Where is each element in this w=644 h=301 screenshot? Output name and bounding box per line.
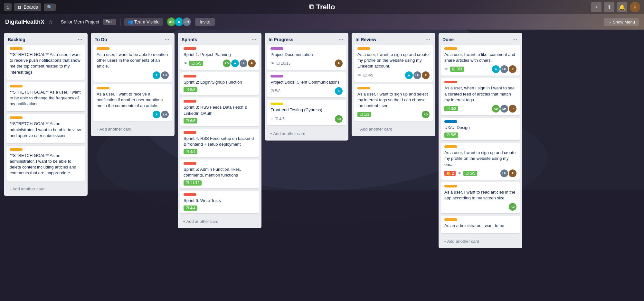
card-footer: ☑ 1/1AD (357, 111, 430, 118)
notification-button[interactable]: 🔔 (617, 2, 627, 12)
avatar[interactable]: AD (223, 59, 231, 67)
column-menu-button[interactable]: ··· (337, 36, 345, 43)
avatar[interactable]: AD (335, 115, 343, 123)
column-menu-button[interactable]: ··· (511, 36, 518, 43)
avatar[interactable]: AD (509, 203, 516, 211)
card-footer: ALH (97, 71, 169, 79)
avatar[interactable]: LH (240, 59, 247, 67)
team-visibility[interactable]: 👥 Team Visible (124, 18, 163, 26)
add-card-button[interactable]: + Add another card (180, 217, 259, 226)
column-footer: + Add another card (178, 216, 261, 228)
card-label (184, 47, 196, 50)
card[interactable]: As a user, I want to sign up and create … (354, 45, 433, 82)
column-menu-button[interactable]: ··· (163, 36, 171, 43)
column-menu-button[interactable]: ··· (424, 36, 431, 43)
card[interactable]: Sprint 3: RSS Feeds Data Fetch & LinkedI… (180, 97, 259, 126)
avatar[interactable]: A (231, 59, 239, 67)
card[interactable]: As a user, I want to be able to mention … (93, 45, 172, 82)
star-button[interactable]: ☆ (48, 19, 53, 25)
column-cards: As a user, I want to like, comment and s… (439, 45, 522, 236)
avatar[interactable]: LH (500, 105, 508, 113)
column-header: In Progress··· (265, 33, 348, 45)
menu-dots-icon: ··· (608, 20, 611, 24)
card[interactable]: Sprint 1: Project Planning👁☑ 5/5ADALHP (180, 45, 259, 70)
avatar[interactable]: A (492, 65, 500, 73)
column-menu-button[interactable]: ··· (76, 36, 84, 43)
avatar[interactable]: LH (161, 71, 169, 79)
avatar[interactable]: LH (500, 169, 508, 177)
card-footer: ☑ 4/4 (184, 149, 256, 154)
card[interactable]: UX/UI Design☑ 5/5 (441, 118, 520, 140)
card-avatars: ALH (152, 71, 169, 79)
card[interactable]: Sprint 5: Admin Function, likes, comment… (180, 160, 259, 188)
add-button[interactable]: + (591, 2, 601, 12)
avatar[interactable]: A (405, 71, 413, 79)
card[interactable]: As a user, I want to read articles in th… (441, 182, 520, 213)
show-menu-button[interactable]: ··· Show Menu (604, 18, 639, 26)
avatar[interactable]: LH (500, 65, 508, 73)
info-button[interactable]: ℹ (604, 2, 614, 12)
eye-icon: 👁 (184, 61, 187, 66)
avatar[interactable]: AD (422, 111, 430, 118)
avatar[interactable]: A (153, 111, 160, 118)
card[interactable]: Project Documentation👁☑ 10/15P (267, 45, 346, 70)
card-title: As a user, I want to sign up and select … (357, 91, 430, 109)
card[interactable]: As an administrator. I want to be (441, 216, 520, 233)
add-card-button[interactable]: + Add another card (354, 125, 433, 133)
card[interactable]: As a user, when I sign in I want to see … (441, 78, 520, 115)
card-title: UX/UI Design (444, 125, 516, 131)
boards-button[interactable]: ▦ Boards (14, 3, 41, 11)
home-button[interactable]: ⌂ (4, 3, 12, 11)
avatar[interactable]: P (509, 65, 516, 73)
card[interactable]: Project Docs: Client Communications☑ 5/8… (267, 72, 346, 97)
column-title: Sprints (182, 37, 197, 42)
add-card-button[interactable]: + Add another card (93, 125, 172, 133)
avatar[interactable]: P (422, 71, 430, 79)
card[interactable]: Sprint 4: RSS Feed setup on backend & fr… (180, 129, 259, 157)
card-title: As a user, I want to read articles in th… (444, 189, 516, 201)
board-header: DigitalHealthX ☆ Sailor Mern Project Fre… (0, 14, 644, 30)
card[interactable]: As a user, I want to sign up and select … (354, 84, 433, 121)
card[interactable]: As a user, I want to receive a notificat… (93, 84, 172, 121)
column-header: Backlog··· (4, 33, 88, 45)
card-avatars: ALH (152, 111, 169, 118)
avatar[interactable]: AD (492, 105, 500, 113)
avatar[interactable]: A (335, 87, 343, 95)
card[interactable]: **STRETCH GOAL** As a user, I want to re… (6, 45, 85, 80)
card[interactable]: **STRETCH GOAL** As an administrator, I … (6, 114, 85, 143)
avatar[interactable]: P (335, 59, 343, 67)
invite-button[interactable]: Invite (195, 18, 215, 26)
card-footer: 👁☑ 10/15P (270, 59, 343, 67)
card[interactable]: **STRETCH GOAL** As a user, I want to be… (6, 82, 85, 112)
card[interactable]: **STRETCH GOAL** As an administrator, I … (6, 146, 85, 181)
grid-icon: ▦ (17, 5, 22, 10)
avatar[interactable]: P (509, 105, 516, 113)
card[interactable]: Sprint 6: Write Tests☑ 4/4 (180, 191, 259, 213)
column-menu-button[interactable]: ··· (250, 36, 258, 43)
card-label (10, 116, 23, 119)
search-button[interactable]: 🔍 (44, 4, 56, 11)
card[interactable]: Front-end Testing (Cypress)≡☑ 4/6AD (267, 100, 346, 125)
add-card-button[interactable]: + Add another card (6, 185, 85, 193)
card-title: As a user, I want to receive a notificat… (97, 91, 169, 109)
eye-icon: 👁 (458, 171, 461, 176)
card[interactable]: Sprint 2: Login/Signup Function☑ 8/8 (180, 72, 259, 95)
avatar-lh[interactable]: LH (182, 17, 191, 26)
checklist-badge: ☑ 5/5 (444, 132, 458, 138)
avatar[interactable]: P (248, 59, 256, 67)
user-avatar[interactable]: U (630, 2, 640, 12)
add-card-button[interactable]: + Add another card (267, 129, 346, 138)
add-card-button[interactable]: + Add another card (441, 237, 520, 246)
home-icon: ⌂ (6, 5, 9, 10)
column-footer: + Add another card (352, 123, 435, 136)
member-avatars: AD A LH (167, 17, 191, 26)
avatar[interactable]: A (153, 71, 160, 79)
avatar[interactable]: LH (161, 111, 169, 118)
card-footer: ☑ 4/4 (184, 205, 256, 211)
avatar[interactable]: P (509, 169, 516, 177)
checklist-badge: ☑ 3/3 (450, 67, 464, 72)
avatar[interactable]: LH (413, 71, 421, 79)
card[interactable]: As a user, I want to sign up and create … (441, 143, 520, 180)
board-title: DigitalHealthX (5, 19, 44, 25)
card[interactable]: As a user, I want to like, comment and s… (441, 45, 520, 76)
